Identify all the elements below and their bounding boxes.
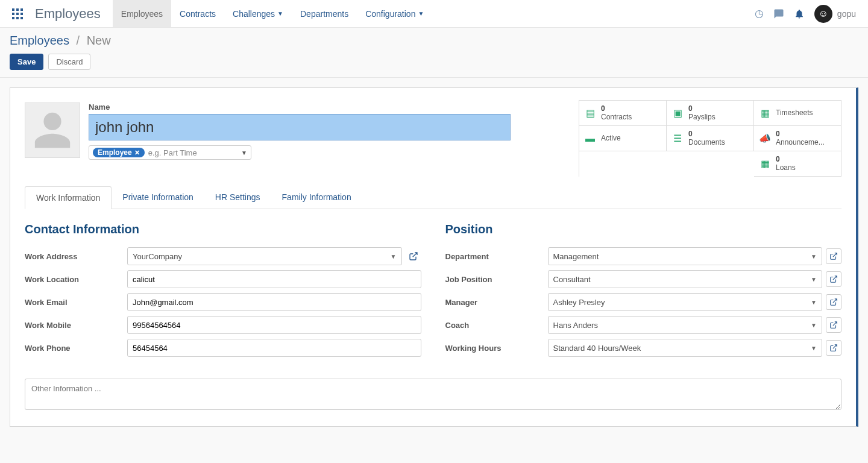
stat-timesheets[interactable]: ▦Timesheets [754,101,841,126]
clock-icon[interactable]: ◷ [755,7,764,20]
chevron-down-icon: ▼ [811,253,817,260]
nav-departments[interactable]: Departments [292,0,357,27]
form-tabs: Work Information Private Information HR … [25,186,841,209]
tab-family-information[interactable]: Family Information [271,186,362,209]
action-bar: Save Discard [10,54,858,70]
svg-rect-7 [16,17,19,19]
nav-configuration-label: Configuration [365,9,415,19]
nav-configuration[interactable]: Configuration▼ [357,0,432,27]
work-mobile-input[interactable] [127,316,421,334]
chevron-down-icon: ▼ [811,276,817,283]
chevron-down-icon: ▼ [811,345,817,351]
work-address-select[interactable]: YourCompany▼ [127,247,402,265]
chat-icon[interactable] [773,8,784,19]
work-phone-label: Work Phone [25,344,127,353]
apps-grid-icon[interactable] [5,8,30,19]
calendar-icon: ▦ [759,158,771,169]
chevron-down-icon: ▼ [418,10,424,17]
svg-rect-5 [20,13,23,15]
megaphone-icon: 📣 [759,133,771,144]
work-address-label: Work Address [25,252,127,261]
department-select[interactable]: Management▼ [548,247,823,265]
chevron-down-icon: ▼ [241,150,247,156]
svg-rect-6 [12,17,14,19]
list-icon: ☰ [671,133,684,144]
stat-active[interactable]: ▬Active [579,126,667,151]
top-navbar: Employees Employees Contracts Challenges… [0,0,868,28]
tag-employee[interactable]: Employee✕ [93,148,145,157]
tab-private-information[interactable]: Private Information [112,186,204,209]
money-icon: ▣ [671,107,684,119]
nav-contracts[interactable]: Contracts [171,0,224,27]
job-position-select: Consultant▼ [548,270,823,288]
external-link-icon[interactable] [826,340,841,356]
tab-hr-settings[interactable]: HR Settings [204,186,271,209]
chevron-down-icon: ▼ [277,10,283,17]
stat-documents[interactable]: ☰0Documents [667,126,754,151]
nav-right: ◷ ☺ gopu [755,5,863,23]
tags-placeholder: e.g. Part Time [148,148,237,157]
username: gopu [837,9,856,19]
work-email-label: Work Email [25,298,127,307]
other-information-textarea[interactable] [25,379,841,410]
save-button[interactable]: Save [10,54,43,70]
nav-challenges-label: Challenges [233,9,275,19]
toggle-on-icon: ▬ [584,133,596,144]
contact-section: Contact Information Work Address YourCom… [25,222,421,362]
svg-rect-2 [20,8,23,11]
breadcrumb-sep: / [77,34,80,47]
svg-rect-1 [16,8,19,11]
nav-menu: Employees Contracts Challenges▼ Departme… [113,0,433,27]
svg-rect-3 [12,13,14,15]
chevron-down-icon: ▼ [811,299,817,306]
control-panel: Employees / New Save Discard [0,28,868,78]
stat-announcements[interactable]: 📣0Announceme... [754,126,841,151]
working-hours-select[interactable]: Standard 40 Hours/Week▼ [548,339,823,357]
manager-select[interactable]: Ashley Presley▼ [548,293,823,311]
svg-rect-8 [20,17,23,19]
book-icon: ▤ [584,107,596,119]
employee-name-input[interactable] [89,114,511,140]
section-title-contact: Contact Information [25,222,421,236]
tag-label: Employee [98,148,132,157]
close-icon[interactable]: ✕ [134,149,140,157]
brand-title: Employees [30,6,113,22]
tab-work-information[interactable]: Work Information [25,186,112,209]
external-link-icon[interactable] [406,248,421,264]
breadcrumb-current: New [87,34,111,47]
stat-buttons: ▤0Contracts ▣0Payslips ▦Timesheets ▬Acti… [579,100,841,177]
name-label: Name [89,102,511,112]
discard-button[interactable]: Discard [48,54,90,70]
manager-label: Manager [445,298,548,307]
work-phone-input[interactable] [127,339,421,357]
coach-label: Coach [445,321,548,330]
chevron-down-icon: ▼ [391,253,397,260]
working-hours-label: Working Hours [445,344,548,353]
external-link-icon[interactable] [826,248,841,264]
stat-loans[interactable]: ▦0Loans [754,151,841,177]
nav-challenges[interactable]: Challenges▼ [224,0,292,27]
user-menu[interactable]: ☺ gopu [814,5,856,23]
section-title-position: Position [445,222,842,236]
work-mobile-label: Work Mobile [25,321,127,330]
avatar: ☺ [814,5,832,23]
chevron-down-icon: ▼ [811,322,817,329]
calendar-icon: ▦ [759,107,771,119]
external-link-icon[interactable] [826,294,841,310]
coach-select[interactable]: Hans Anders▼ [548,316,823,334]
bell-icon[interactable] [794,8,805,19]
tags-input[interactable]: Employee✕ e.g. Part Time ▼ [89,145,251,160]
employee-photo[interactable] [25,102,80,158]
stat-payslips[interactable]: ▣0Payslips [667,101,754,126]
breadcrumb: Employees / New [10,34,858,48]
nav-employees[interactable]: Employees [113,0,171,27]
work-email-input[interactable] [127,293,421,311]
position-section: Position Department Management▼ Job Posi… [445,222,842,362]
breadcrumb-root[interactable]: Employees [10,34,69,47]
external-link-icon[interactable] [826,271,841,287]
stat-contracts[interactable]: ▤0Contracts [579,101,667,126]
work-location-label: Work Location [25,275,127,284]
department-label: Department [445,252,548,261]
work-location-input[interactable] [127,270,421,288]
external-link-icon[interactable] [826,317,841,333]
